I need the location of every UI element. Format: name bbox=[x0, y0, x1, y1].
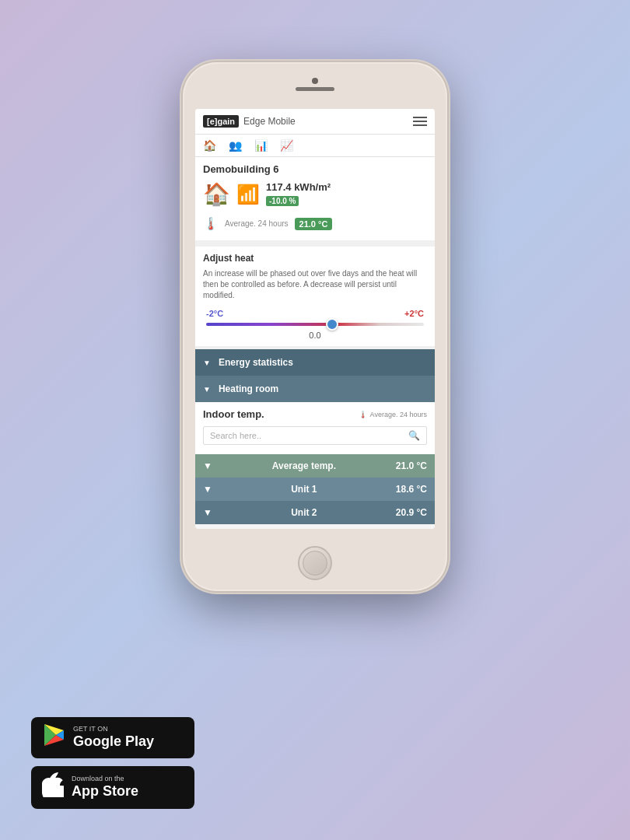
phone-shell: [e]gain Edge Mobile 🏠 👥 📊 📈 Demobuilding… bbox=[183, 62, 447, 591]
avg-temp-chevron: ▼ bbox=[203, 460, 212, 471]
energy-chart-icon: 📶 bbox=[236, 184, 260, 205]
search-placeholder-text: Search here.. bbox=[210, 431, 404, 440]
logo-box: [e]gain bbox=[203, 115, 239, 128]
chart-bar-icon[interactable]: 📊 bbox=[254, 139, 268, 152]
avg-temp-row-label: Average temp. bbox=[272, 460, 336, 471]
slider-labels: -2°C +2°C bbox=[206, 309, 424, 318]
phone-screen: [e]gain Edge Mobile 🏠 👥 📊 📈 Demobuilding… bbox=[195, 109, 435, 529]
unit1-row[interactable]: ▼ Unit 1 18.6 °C bbox=[195, 478, 435, 501]
chevron-down-icon: ▼ bbox=[203, 359, 211, 367]
energy-stats-accordion[interactable]: ▼ Energy statistics bbox=[195, 349, 435, 376]
search-icon[interactable]: 🔍 bbox=[408, 430, 420, 441]
adjust-title: Adjust heat bbox=[203, 253, 427, 264]
thermo-small-icon: 🌡️ bbox=[359, 411, 367, 418]
temp-row: 🌡️ Average. 24 hours 21.0 °C bbox=[203, 213, 427, 234]
indoor-avg-info: 🌡️ Average. 24 hours bbox=[359, 411, 427, 418]
app-store-large-text: App Store bbox=[72, 783, 138, 800]
store-badges: GET IT ON Google Play Download on the Ap… bbox=[31, 717, 194, 809]
google-play-icon bbox=[42, 723, 65, 752]
heating-room-accordion[interactable]: ▼ Heating room bbox=[195, 376, 435, 402]
app-logo: [e]gain Edge Mobile bbox=[203, 115, 296, 128]
kwh-stats: 117.4 kWh/m² -10.0 % bbox=[266, 181, 331, 207]
search-bar[interactable]: Search here.. 🔍 bbox=[203, 426, 427, 445]
unit1-value: 18.6 °C bbox=[396, 484, 427, 495]
thermometer-icon: 🌡️ bbox=[203, 216, 219, 231]
app-store-badge[interactable]: Download on the App Store bbox=[31, 766, 194, 809]
slider-track[interactable] bbox=[206, 323, 424, 326]
energy-stats-label: Energy statistics bbox=[219, 357, 293, 368]
building-title: Demobuilding 6 bbox=[203, 163, 427, 175]
chevron-down-icon-2: ▼ bbox=[203, 385, 211, 394]
unit2-value: 20.9 °C bbox=[396, 507, 427, 518]
unit2-chevron: ▼ bbox=[203, 507, 212, 518]
slider-value: 0.0 bbox=[206, 331, 424, 340]
unit2-row[interactable]: ▼ Unit 2 20.9 °C bbox=[195, 501, 435, 524]
chart-line-icon[interactable]: 📈 bbox=[280, 139, 293, 152]
google-play-badge[interactable]: GET IT ON Google Play bbox=[31, 717, 194, 758]
app-store-small-text: Download on the bbox=[72, 775, 138, 783]
building-section: Demobuilding 6 🏠 📶 117.4 kWh/m² -10.0 % … bbox=[195, 157, 435, 240]
indoor-temp-title: Indoor temp. bbox=[203, 408, 264, 420]
phone-speaker bbox=[296, 87, 334, 91]
google-play-large-text: Google Play bbox=[73, 733, 154, 751]
avg-label: Average. 24 hours bbox=[225, 219, 289, 228]
app-header: [e]gain Edge Mobile bbox=[195, 109, 435, 135]
indoor-avg-label: Average. 24 hours bbox=[370, 411, 427, 418]
unit1-chevron: ▼ bbox=[203, 484, 212, 495]
slider-container: -2°C +2°C 0.0 bbox=[203, 309, 427, 340]
google-play-text: GET IT ON Google Play bbox=[73, 725, 154, 750]
adjust-desc: An increase will be phased out over five… bbox=[203, 268, 427, 301]
avg-temp-row-value: 21.0 °C bbox=[396, 460, 427, 471]
indoor-section: Indoor temp. 🌡️ Average. 24 hours Search… bbox=[195, 402, 435, 454]
app-store-text: Download on the App Store bbox=[72, 775, 138, 800]
slider-min-label: -2°C bbox=[206, 309, 223, 318]
nav-icons: 🏠 👥 📊 📈 bbox=[195, 135, 435, 157]
group-icon[interactable]: 👥 bbox=[229, 139, 242, 152]
indoor-header: Indoor temp. 🌡️ Average. 24 hours bbox=[203, 408, 427, 420]
percent-badge: -10.0 % bbox=[266, 196, 299, 206]
adjust-section: Adjust heat An increase will be phased o… bbox=[195, 243, 435, 346]
apple-icon bbox=[42, 772, 64, 803]
heating-room-label: Heating room bbox=[219, 383, 278, 394]
home-icon[interactable]: 🏠 bbox=[203, 139, 216, 152]
home-button[interactable] bbox=[298, 546, 332, 580]
building-stats: 🏠 📶 117.4 kWh/m² -10.0 % bbox=[203, 181, 427, 207]
phone-camera bbox=[312, 78, 318, 84]
unit1-label: Unit 1 bbox=[291, 484, 317, 495]
google-play-small-text: GET IT ON bbox=[73, 725, 154, 733]
temp-badge: 21.0 °C bbox=[295, 218, 333, 230]
home-button-inner bbox=[303, 551, 327, 576]
slider-thumb[interactable] bbox=[326, 318, 338, 331]
app-title-text: Edge Mobile bbox=[243, 116, 296, 127]
building-icon: 🏠 bbox=[203, 181, 230, 207]
slider-max-label: +2°C bbox=[404, 309, 424, 318]
kwh-value: 117.4 kWh/m² bbox=[266, 181, 331, 193]
avg-temp-row[interactable]: ▼ Average temp. 21.0 °C bbox=[195, 454, 435, 478]
hamburger-menu[interactable] bbox=[413, 117, 427, 126]
unit2-label: Unit 2 bbox=[291, 507, 317, 518]
